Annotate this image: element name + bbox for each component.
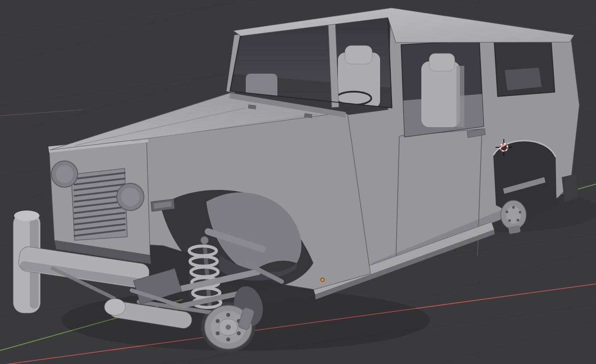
rear-mud-flap: [562, 174, 578, 202]
passenger-seat-headrest: [429, 54, 455, 71]
hub-center: [226, 325, 231, 330]
rear-window-interior: [505, 68, 542, 90]
seat-side-shadow: [456, 66, 464, 127]
front-seat-headrest: [345, 46, 372, 64]
headlight-left-lens: [56, 165, 73, 183]
lower-tube-end: [104, 299, 126, 315]
object-origin[interactable]: [321, 278, 324, 282]
scene-svg[interactable]: [0, 0, 596, 364]
headlight-right-lens: [121, 188, 140, 206]
3d-viewport[interactable]: [0, 0, 596, 364]
origin-point-icon: [321, 278, 324, 282]
bumper-cap-top: [14, 211, 39, 221]
shock-mount: [201, 236, 208, 244]
